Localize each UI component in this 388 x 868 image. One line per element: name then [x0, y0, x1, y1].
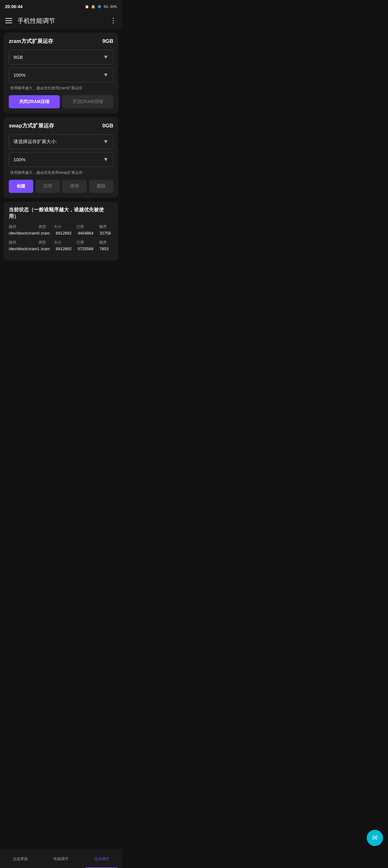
- more-options-button[interactable]: ⋮: [107, 14, 120, 27]
- col-header-used-2: 已用: [76, 240, 98, 245]
- zram-size-value: 9GB: [13, 55, 23, 60]
- col-header-path-2: 路径: [9, 240, 37, 245]
- row1-used: 5725568: [77, 246, 98, 251]
- swap-delete-btn: 删除: [89, 180, 114, 193]
- status-icons: ⏰ 🔔 🔷 5G 33%: [85, 5, 117, 9]
- col-header-size: 大小: [54, 224, 75, 229]
- status-section-title: 当前状态（一般谁顺序越大，谁越优先被使用）: [9, 207, 113, 220]
- zram-size-arrow-icon: ▼: [103, 54, 108, 60]
- swap-card: swap方式扩展运存 0GB 请选择运存扩展大小: ▼ 100% ▼ 使用频率越…: [4, 117, 118, 198]
- col-header-order-2: 顺序: [99, 240, 113, 245]
- swap-helper-text: 使用频率越大，越会优先使用swap扩展运存: [9, 170, 113, 175]
- swap-btn-row: 创建 启用 停用 删除: [9, 180, 113, 193]
- table-headers-2: 路径 类型 大小 已用 顺序: [9, 240, 113, 245]
- nav-label-memory: 运存调节: [94, 857, 109, 862]
- status-section: 当前状态（一般谁顺序越大，谁越优先被使用） 路径 类型 大小 已用 顺序 /de…: [4, 202, 118, 260]
- swap-disable-btn: 停用: [62, 180, 87, 193]
- main-content: zram方式扩展运存 9GB 9GB ▼ 100% ▼ 使用频率越大，越会优先使…: [0, 29, 122, 289]
- swap-percent-value: 100%: [13, 157, 25, 162]
- swap-card-header: swap方式扩展运存 0GB: [9, 122, 113, 129]
- row0-path: /dev/block/zram0: [9, 231, 39, 236]
- row1-order: 7853: [99, 246, 113, 251]
- row1-size: 8912892: [56, 246, 76, 251]
- col-header-used: 已用: [76, 224, 98, 229]
- table-headers: 路径 类型 大小 已用 顺序: [9, 224, 113, 229]
- row0-size: 8912892: [56, 231, 76, 236]
- alarm-icon: ⏰: [85, 5, 89, 9]
- battery-icon: 33%: [110, 5, 117, 8]
- hamburger-icon: [5, 18, 12, 23]
- swap-percent-arrow-icon: ▼: [103, 156, 108, 163]
- table-row: /dev/block/zram1 zram 8912892 5725568 78…: [9, 246, 113, 251]
- row0-order: 32758: [99, 231, 113, 236]
- menu-button[interactable]: [2, 14, 15, 27]
- col-header-type-2: 类型: [38, 240, 53, 245]
- signal-icon: 5G: [104, 5, 108, 8]
- nav-label-overview: 总览界面: [13, 857, 28, 862]
- nav-label-performance: 性能调节: [54, 857, 68, 862]
- nav-item-overview[interactable]: 总览界面: [0, 849, 41, 868]
- swap-size-placeholder: 请选择运存扩展大小:: [13, 139, 57, 145]
- row1-path: /dev/block/zram1: [9, 246, 39, 251]
- app-bar: 手机性能调节 ⋮: [0, 12, 122, 29]
- row0-type: zram: [41, 231, 55, 236]
- zram-open-btn: 开启ZRAM压缩: [62, 95, 113, 108]
- status-time: 20:06:44: [5, 4, 23, 9]
- swap-current-value: 0GB: [102, 123, 113, 129]
- table-row: /dev/block/zram0 zram 8912892 4404864 32…: [9, 231, 113, 236]
- swap-size-arrow-icon: ▼: [103, 138, 108, 145]
- swap-percent-dropdown[interactable]: 100% ▼: [9, 152, 113, 167]
- nav-item-memory[interactable]: 运存调节: [82, 849, 122, 868]
- swap-create-btn[interactable]: 创建: [9, 180, 33, 193]
- zram-percent-dropdown[interactable]: 100% ▼: [9, 68, 113, 82]
- zram-card: zram方式扩展运存 9GB 9GB ▼ 100% ▼ 使用频率越大，越会优先使…: [4, 33, 118, 113]
- row1-type: zram: [41, 246, 55, 251]
- nav-item-performance[interactable]: 性能调节: [41, 849, 82, 868]
- col-header-size-2: 大小: [54, 240, 75, 245]
- status-bar: 20:06:44 ⏰ 🔔 🔷 5G 33%: [0, 0, 122, 12]
- col-header-type: 类型: [38, 224, 53, 229]
- zram-helper-text: 使用频率越大，越会优先使用zram扩展运存: [9, 86, 113, 91]
- zram-btn-row: 关闭ZRAM压缩 开启ZRAM压缩: [9, 95, 113, 108]
- col-header-order: 顺序: [99, 224, 113, 229]
- zram-current-value: 9GB: [102, 38, 113, 44]
- zram-title: zram方式扩展运存: [9, 38, 53, 45]
- notification-icon: 🔔: [91, 5, 95, 9]
- page-title: 手机性能调节: [15, 17, 107, 25]
- swap-size-dropdown[interactable]: 请选择运存扩展大小: ▼: [9, 134, 113, 149]
- swap-title: swap方式扩展运存: [9, 122, 54, 129]
- bottom-navigation: 总览界面 性能调节 运存调节: [0, 849, 122, 868]
- bluetooth-icon: 🔷: [97, 5, 102, 9]
- zram-card-header: zram方式扩展运存 9GB: [9, 38, 113, 45]
- col-header-path: 路径: [9, 224, 37, 229]
- row0-used: 4404864: [77, 231, 98, 236]
- zram-percent-arrow-icon: ▼: [103, 72, 108, 78]
- zram-close-btn[interactable]: 关闭ZRAM压缩: [9, 95, 60, 108]
- swap-enable-btn: 启用: [36, 180, 60, 193]
- zram-percent-value: 100%: [13, 72, 25, 78]
- zram-size-dropdown[interactable]: 9GB ▼: [9, 50, 113, 64]
